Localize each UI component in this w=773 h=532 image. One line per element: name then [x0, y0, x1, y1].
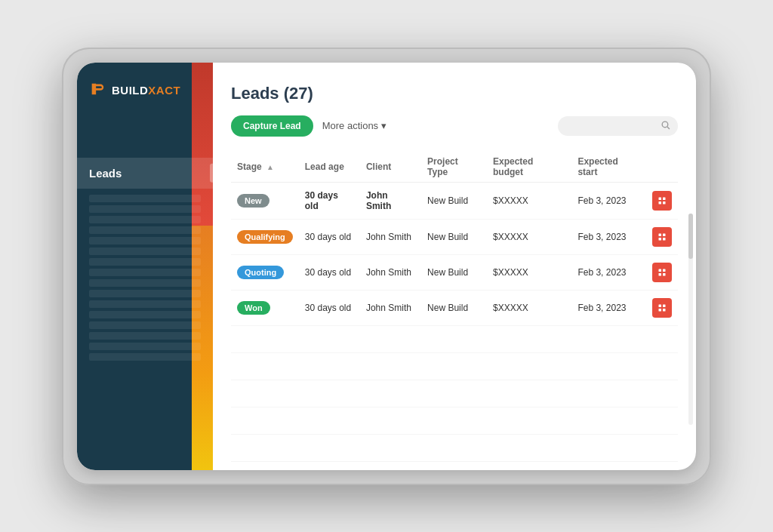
svg-rect-13	[663, 273, 666, 276]
svg-rect-16	[658, 309, 661, 312]
chevron-down-icon: ▾	[381, 120, 386, 131]
cell-expected-budget: $XXXXX	[487, 219, 571, 254]
cell-action	[646, 290, 678, 325]
cell-stage: Won	[231, 290, 299, 325]
cell-client: John Smith	[360, 182, 421, 219]
row-action-button[interactable]	[652, 227, 672, 247]
col-actions	[646, 152, 678, 183]
cell-lead-age: 30 days old	[299, 290, 360, 325]
stage-badge: Qualifying	[237, 230, 293, 244]
row-action-button[interactable]	[652, 263, 672, 282]
svg-rect-10	[658, 269, 661, 272]
search-input[interactable]	[565, 121, 656, 131]
svg-rect-7	[663, 233, 666, 236]
cell-action	[646, 182, 678, 219]
sidebar-stripes	[77, 195, 213, 361]
empty-table-row	[231, 407, 678, 434]
sidebar: BUILDXACT Leads	[77, 63, 213, 470]
cell-expected-budget: $XXXXX	[487, 254, 571, 290]
stage-badge: Won	[237, 301, 270, 315]
svg-rect-8	[658, 238, 661, 241]
svg-rect-15	[663, 304, 666, 307]
page-title: Leads (27)	[231, 84, 678, 103]
stage-badge: Quoting	[237, 266, 284, 279]
svg-rect-12	[658, 273, 661, 276]
col-expected-budget: Expected budget	[487, 152, 571, 183]
cell-stage: Quoting	[231, 254, 299, 290]
leads-table: Stage ▲ Lead age Client Project Type Exp…	[231, 152, 678, 462]
empty-table-row	[231, 352, 678, 380]
cell-expected-start: Feb 3, 2023	[571, 254, 646, 290]
empty-table-row	[231, 434, 678, 461]
table-row[interactable]: Quoting 30 days old John Smith New Build…	[231, 254, 678, 290]
row-action-button[interactable]	[652, 298, 672, 318]
device-wrapper: BUILDXACT Leads	[62, 48, 711, 485]
sidebar-item-leads[interactable]: Leads	[77, 158, 213, 189]
empty-table-row	[231, 380, 678, 407]
svg-rect-11	[663, 269, 666, 272]
svg-rect-2	[658, 197, 661, 200]
scrollbar-track	[688, 214, 693, 425]
svg-rect-3	[663, 197, 666, 200]
screen: BUILDXACT Leads	[77, 63, 696, 470]
col-lead-age: Lead age	[299, 152, 360, 183]
cell-project-type: New Build	[421, 219, 487, 254]
cell-action	[646, 254, 678, 290]
table-row[interactable]: New 30 days old John Smith New Build $XX…	[231, 182, 678, 219]
cell-stage: New	[231, 182, 299, 219]
table-header-row: Stage ▲ Lead age Client Project Type Exp…	[231, 152, 678, 183]
cell-project-type: New Build	[421, 254, 487, 290]
svg-rect-6	[658, 233, 661, 236]
cell-stage: Qualifying	[231, 219, 299, 254]
svg-rect-5	[663, 201, 666, 204]
capture-lead-button[interactable]: Capture Lead	[231, 115, 313, 137]
stage-badge: New	[237, 194, 269, 208]
cell-lead-age: 30 days old	[299, 182, 360, 219]
cell-expected-start: Feb 3, 2023	[571, 182, 646, 219]
table-row[interactable]: Qualifying 30 days old John Smith New Bu…	[231, 219, 678, 254]
more-actions-button[interactable]: More actions ▾	[322, 120, 386, 131]
cell-client: John Smith	[360, 219, 421, 254]
sort-arrow-stage: ▲	[266, 163, 274, 171]
cell-action	[646, 219, 678, 254]
col-project-type: Project Type	[421, 152, 487, 183]
empty-table-row	[231, 325, 678, 352]
col-expected-start: Expected start	[571, 152, 646, 183]
sidebar-nav: Leads	[77, 158, 213, 189]
cell-expected-budget: $XXXXX	[487, 182, 571, 219]
scrollbar-thumb	[688, 214, 693, 259]
svg-line-1	[667, 126, 670, 128]
cell-project-type: New Build	[421, 290, 487, 325]
svg-point-0	[662, 121, 668, 128]
cell-expected-start: Feb 3, 2023	[571, 219, 646, 254]
cell-project-type: New Build	[421, 182, 487, 219]
col-stage: Stage ▲	[231, 152, 299, 183]
sidebar-logo: BUILDXACT	[77, 63, 213, 112]
toolbar: Capture Lead More actions ▾	[231, 115, 678, 137]
svg-rect-14	[658, 304, 661, 307]
cell-lead-age: 30 days old	[299, 219, 360, 254]
svg-rect-4	[658, 201, 661, 204]
search-box	[558, 116, 678, 136]
col-client: Client	[360, 152, 421, 183]
cell-expected-start: Feb 3, 2023	[571, 290, 646, 325]
logo-text: BUILDXACT	[112, 84, 180, 97]
row-action-button[interactable]	[652, 191, 672, 211]
search-icon	[661, 120, 670, 132]
cell-lead-age: 30 days old	[299, 254, 360, 290]
main-content: Leads (27) Capture Lead More actions ▾	[213, 63, 696, 470]
table-row[interactable]: Won 30 days old John Smith New Build $XX…	[231, 290, 678, 325]
svg-rect-17	[663, 309, 666, 312]
logo-icon	[89, 81, 106, 100]
cell-expected-budget: $XXXXX	[487, 290, 571, 325]
cell-client: John Smith	[360, 254, 421, 290]
cell-client: John Smith	[360, 290, 421, 325]
svg-rect-9	[663, 238, 666, 241]
